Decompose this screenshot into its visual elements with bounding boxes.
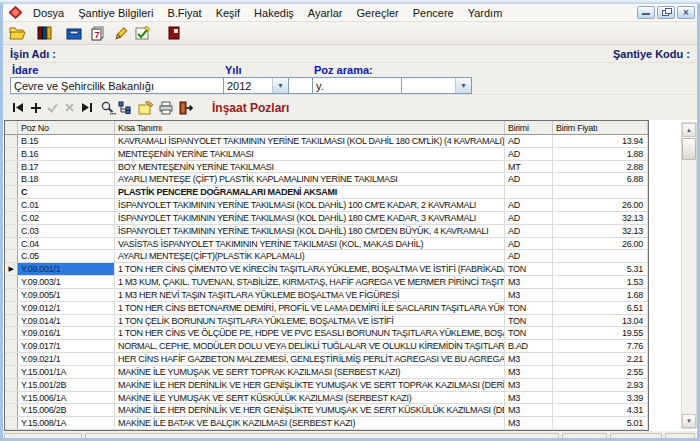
exit-book-button[interactable]: [164, 23, 184, 43]
cell-birim-fiyat[interactable]: 2.88: [553, 161, 648, 173]
cell-kisa-tanimi[interactable]: NORMAL, CEPHE, MODÜLER DOLU VEYA DELİKLİ…: [115, 340, 505, 352]
cell-birimi[interactable]: AD: [505, 212, 553, 224]
cell-birim-fiyat[interactable]: 3.39: [553, 392, 648, 404]
cell-kisa-tanimi[interactable]: MENTEŞENİN YERİNE TAKILMASI: [115, 148, 505, 160]
cell-kisa-tanimi[interactable]: 1 TON HER CİNS VE ÖLÇÜDE PE, HDPE VE PVC…: [115, 327, 505, 339]
cell-poz-no[interactable]: B.16: [18, 148, 115, 160]
cell-kisa-tanimi[interactable]: AYARLI MENTEŞE(ÇİFT)(PLASTİK KAPLAMALI): [115, 250, 505, 262]
cell-kisa-tanimi[interactable]: HER CİNS HAFİF GAZBETON MALZEMESİ, GENLE…: [115, 353, 505, 365]
row-indicator[interactable]: [5, 392, 18, 404]
cell-birim-fiyat[interactable]: 19.55: [553, 327, 648, 339]
cell-poz-no[interactable]: C.05: [18, 250, 115, 262]
minimize-button[interactable]: [637, 6, 655, 19]
cell-kisa-tanimi[interactable]: KAVRAMALI İSPANYOLET TAKIMININ YERİNE TA…: [115, 135, 505, 147]
cancel-button[interactable]: [61, 98, 78, 118]
table-row[interactable]: Y.09.017/1 NORMAL, CEPHE, MODÜLER DOLU V…: [5, 340, 648, 353]
cell-birimi[interactable]: M3: [505, 392, 553, 404]
table-row[interactable]: C PLASTİK PENCERE DOĞRAMALARI MADENİ AKS…: [5, 186, 648, 199]
cell-birim-fiyat[interactable]: 7.76: [553, 340, 648, 352]
scroll-up-icon[interactable]: ▲: [682, 123, 696, 137]
menu-dosya[interactable]: Dosya: [26, 5, 71, 21]
table-row[interactable]: Y.09.014/1 1 TON ÇELİK BORUNUN TAŞITLARA…: [5, 315, 648, 328]
cell-birim-fiyat[interactable]: 5.31: [553, 263, 648, 275]
cell-birimi[interactable]: M3: [505, 417, 553, 429]
cell-birim-fiyat[interactable]: [553, 186, 648, 198]
cell-poz-no[interactable]: C.04: [18, 238, 115, 250]
row-indicator[interactable]: [5, 238, 18, 250]
row-indicator[interactable]: ▶: [5, 263, 18, 275]
cell-birimi[interactable]: AD: [505, 135, 553, 147]
row-indicator[interactable]: [5, 161, 18, 173]
cell-birimi[interactable]: AD: [505, 250, 553, 262]
row-indicator[interactable]: [5, 250, 18, 262]
row-indicator[interactable]: [5, 302, 18, 314]
print-button[interactable]: [157, 98, 174, 118]
cell-birimi[interactable]: AD: [505, 173, 553, 185]
cell-birim-fiyat[interactable]: 6.88: [553, 173, 648, 185]
row-indicator[interactable]: [5, 186, 18, 198]
cell-birimi[interactable]: AD: [505, 238, 553, 250]
cell-birim-fiyat[interactable]: 13.94: [553, 135, 648, 147]
cell-birim-fiyat[interactable]: 2.55: [553, 366, 648, 378]
menu-santiye-bilgileri[interactable]: Şantiye Bilgileri: [71, 5, 160, 21]
header-kisa-tanimi[interactable]: Kısa Tanımı: [115, 121, 505, 134]
menu-gerecler[interactable]: Gereçler: [350, 5, 406, 21]
cell-kisa-tanimi[interactable]: VASİSTAS İSPANYOLET TAKIMININ YERİNE TAK…: [115, 238, 505, 250]
cell-poz-no[interactable]: C.03: [18, 225, 115, 237]
cell-poz-no[interactable]: Y.15.001/2B: [18, 379, 115, 391]
cell-kisa-tanimi[interactable]: 1 TON HER CİNS BETONARME DEMİRİ, PROFİL …: [115, 302, 505, 314]
cell-birimi[interactable]: AD: [505, 199, 553, 211]
row-indicator[interactable]: [5, 417, 18, 429]
cell-poz-no[interactable]: Y.15.001/1A: [18, 366, 115, 378]
header-poz-no[interactable]: Poz No: [18, 121, 115, 134]
edit-button[interactable]: [110, 23, 130, 43]
cell-poz-no[interactable]: C.02: [18, 212, 115, 224]
row-indicator[interactable]: [5, 276, 18, 288]
exit-button[interactable]: [177, 98, 194, 118]
cell-kisa-tanimi[interactable]: PLASTİK PENCERE DOĞRAMALARI MADENİ AKSAM…: [115, 186, 505, 198]
cell-kisa-tanimi[interactable]: MAKİNE İLE YUMUŞAK VE SERT TOPRAK KAZILM…: [115, 366, 505, 378]
cell-kisa-tanimi[interactable]: İSPANYOLET TAKIMININ YERİNE TAKILMASI (K…: [115, 199, 505, 211]
cell-birim-fiyat[interactable]: 1.53: [553, 276, 648, 288]
row-indicator[interactable]: [5, 289, 18, 301]
row-indicator[interactable]: [5, 327, 18, 339]
row-indicator[interactable]: [5, 404, 18, 416]
cell-poz-no[interactable]: B.17: [18, 161, 115, 173]
header-birimi[interactable]: Birimi: [505, 121, 553, 134]
cell-birim-fiyat[interactable]: 26.00: [553, 199, 648, 211]
row-indicator[interactable]: [5, 340, 18, 352]
table-row[interactable]: Y.09.021/1 HER CİNS HAFİF GAZBETON MALZE…: [5, 353, 648, 366]
cell-birimi[interactable]: AD: [505, 148, 553, 160]
chevron-down-icon[interactable]: ▼: [455, 78, 471, 93]
cell-kisa-tanimi[interactable]: MAKİNE İLE YUMUŞAK VE SERT KÜSKÜLÜK KAZI…: [115, 392, 505, 404]
table-row[interactable]: Y.15.001/1A MAKİNE İLE YUMUŞAK VE SERT T…: [5, 366, 648, 379]
cell-birim-fiyat[interactable]: 32.13: [553, 212, 648, 224]
cell-birimi[interactable]: B.AD: [505, 340, 553, 352]
yili-combobox[interactable]: 2012 ▼: [223, 77, 289, 94]
cell-poz-no[interactable]: C.01: [18, 199, 115, 211]
cell-birimi[interactable]: M3: [505, 366, 553, 378]
cell-poz-no[interactable]: B.18: [18, 173, 115, 185]
table-row[interactable]: Y.15.001/2B MAKİNE İLE HER DERİNLİK VE H…: [5, 379, 648, 392]
cell-birim-fiyat[interactable]: 1.88: [553, 148, 648, 160]
cell-poz-no[interactable]: Y.15.006/2B: [18, 404, 115, 416]
cell-kisa-tanimi[interactable]: İSPANYOLET TAKIMININ YERİNE TAKILMASI (K…: [115, 212, 505, 224]
note-edit-button[interactable]: [137, 98, 154, 118]
cell-birim-fiyat[interactable]: 26.00: [553, 238, 648, 250]
row-indicator[interactable]: [5, 379, 18, 391]
cell-birimi[interactable]: M3: [505, 353, 553, 365]
last-record-button[interactable]: [78, 98, 95, 118]
cell-poz-no[interactable]: Y.09.012/1: [18, 302, 115, 314]
menu-hakedis[interactable]: Hakediş: [247, 5, 301, 21]
cell-birimi[interactable]: TON: [505, 327, 553, 339]
cell-birim-fiyat[interactable]: 5.01: [553, 417, 648, 429]
cell-poz-no[interactable]: Y.09.014/1: [18, 315, 115, 327]
row-indicator[interactable]: [5, 199, 18, 211]
cell-birim-fiyat[interactable]: 6.51: [553, 302, 648, 314]
catalog-button[interactable]: [34, 23, 54, 43]
cell-poz-no[interactable]: Y.09.001/1: [18, 263, 115, 275]
table-row[interactable]: C.01 İSPANYOLET TAKIMININ YERİNE TAKILMA…: [5, 199, 648, 212]
cell-kisa-tanimi[interactable]: BOY MENTEŞENİN YERİNE TAKILMASI: [115, 161, 505, 173]
cell-birimi[interactable]: TON: [505, 302, 553, 314]
row-indicator[interactable]: [5, 212, 18, 224]
